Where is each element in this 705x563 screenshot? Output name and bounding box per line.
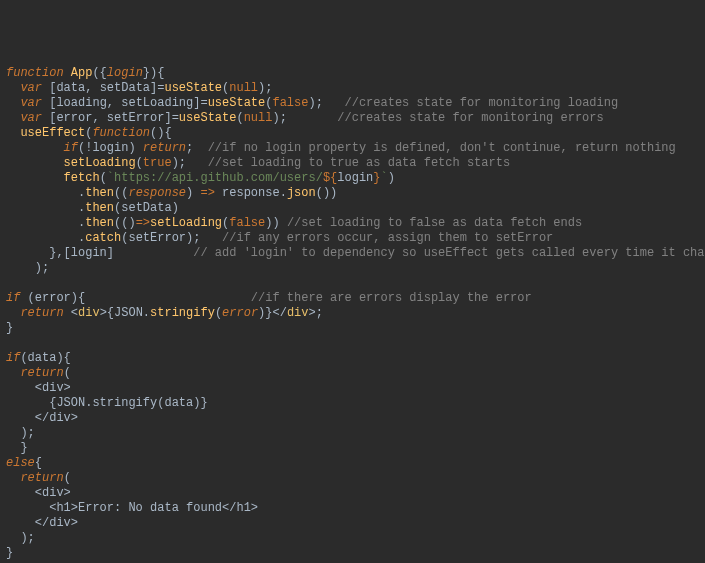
code-line: return <div>{JSON.stringify(error)}</div… xyxy=(6,306,323,320)
code-line: setLoading(true); //set loading to true … xyxy=(6,156,510,170)
code-line: </div> xyxy=(6,516,78,530)
code-line: if(data){ xyxy=(6,351,71,365)
code-line: } xyxy=(6,321,13,335)
code-line: function App({login}){ xyxy=(6,66,164,80)
code-line: <div> xyxy=(6,381,71,395)
code-line: {JSON.stringify(data)} xyxy=(6,396,208,410)
code-line: fetch(`https://api.github.com/users/${lo… xyxy=(6,171,395,185)
code-line: ); xyxy=(6,261,49,275)
code-line: return( xyxy=(6,471,71,485)
code-line: var [data, setData]=useState(null); xyxy=(6,81,272,95)
code-line: useEffect(function(){ xyxy=(6,126,172,140)
code-line: <div> xyxy=(6,486,71,500)
code-line: } xyxy=(6,441,28,455)
code-line: var [error, setError]=useState(null); //… xyxy=(6,111,604,125)
code-line: .then(setData) xyxy=(6,201,179,215)
code-line: },[login] // add 'login' to dependency s… xyxy=(6,246,705,260)
code-line: </div> xyxy=(6,411,78,425)
code-line: if(!login) return; //if no login propert… xyxy=(6,141,676,155)
code-line: if (error){ //if there are errors displa… xyxy=(6,291,532,305)
code-line: .then((response) => response.json()) xyxy=(6,186,337,200)
code-line: .catch(setError); //if any errors occur,… xyxy=(6,231,553,245)
code-line: var [loading, setLoading]=useState(false… xyxy=(6,96,618,110)
code-editor[interactable]: function App({login}){ var [data, setDat… xyxy=(6,66,699,563)
code-line: ); xyxy=(6,426,35,440)
code-line: <h1>Error: No data found</h1> xyxy=(6,501,258,515)
code-line: } xyxy=(6,546,13,560)
code-line: .then(()=>setLoading(false)) //set loadi… xyxy=(6,216,582,230)
code-line: else{ xyxy=(6,456,42,470)
code-line: ); xyxy=(6,531,35,545)
code-line: return( xyxy=(6,366,71,380)
